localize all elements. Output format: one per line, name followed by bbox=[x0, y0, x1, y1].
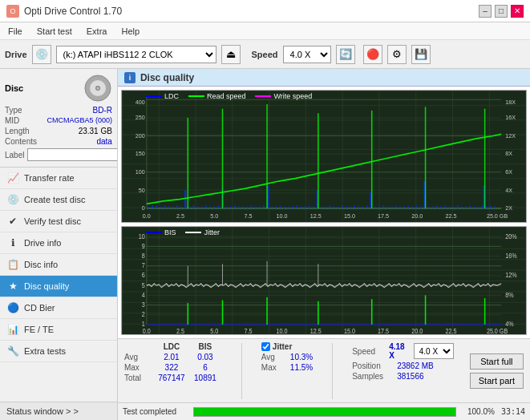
svg-rect-109 bbox=[432, 207, 434, 208]
minimize-button[interactable]: – bbox=[479, 5, 492, 18]
svg-rect-105 bbox=[415, 206, 417, 208]
svg-rect-119 bbox=[473, 207, 475, 208]
svg-rect-61 bbox=[234, 206, 236, 208]
svg-text:12X: 12X bbox=[505, 131, 516, 139]
bis-chart-svg: 1 2 3 4 5 6 7 8 9 10 4% 8% 12% 16% 20% bbox=[122, 227, 526, 334]
close-button[interactable]: ✕ bbox=[511, 5, 524, 18]
speed-select[interactable]: 4.0 X bbox=[283, 46, 331, 63]
svg-text:5.0: 5.0 bbox=[210, 212, 218, 220]
sidebar-item-disc-info[interactable]: 📋 Disc info bbox=[0, 254, 117, 276]
svg-text:6X: 6X bbox=[505, 168, 512, 176]
refresh-button[interactable]: 🔄 bbox=[336, 45, 355, 64]
svg-text:4X: 4X bbox=[505, 186, 512, 193]
svg-rect-49 bbox=[184, 190, 186, 208]
sidebar-item-extra-tests[interactable]: 🔧 Extra tests bbox=[0, 341, 117, 362]
jitter-max-label: Max bbox=[261, 363, 287, 372]
chart1-legend: LDC Read speed Write speed bbox=[146, 92, 312, 100]
svg-rect-96 bbox=[378, 207, 380, 208]
time-display: 33:14 bbox=[501, 407, 525, 416]
speed-stat-select[interactable]: 4.0 X bbox=[414, 343, 454, 359]
svg-text:3: 3 bbox=[142, 301, 146, 309]
legend-ldc: LDC bbox=[146, 92, 179, 100]
disc-panel-title: Disc bbox=[5, 83, 23, 93]
sidebar-item-cd-bier[interactable]: 🔵 CD Bier bbox=[0, 297, 117, 319]
svg-rect-88 bbox=[346, 207, 347, 208]
progress-percentage: 100.0% bbox=[463, 407, 495, 416]
sidebar-item-transfer-rate[interactable]: 📈 Transfer rate bbox=[0, 168, 117, 189]
svg-rect-113 bbox=[448, 207, 450, 208]
svg-rect-70 bbox=[271, 207, 273, 208]
menu-help[interactable]: Help bbox=[118, 25, 143, 38]
svg-rect-40 bbox=[148, 207, 149, 208]
jitter-header: Jitter bbox=[273, 342, 292, 351]
sidebar-item-verify-test-disc[interactable]: ✔ Verify test disc bbox=[0, 211, 117, 232]
jitter-checkbox[interactable] bbox=[261, 342, 270, 351]
start-part-button[interactable]: Start part bbox=[470, 373, 524, 389]
svg-rect-106 bbox=[419, 207, 421, 208]
extra-tests-icon: 🔧 bbox=[6, 345, 19, 357]
create-test-disc-icon: 💿 bbox=[6, 193, 19, 206]
svg-text:5.0: 5.0 bbox=[210, 327, 219, 334]
disc-quality-header: i Disc quality bbox=[118, 69, 530, 87]
drive-info-icon: ℹ bbox=[6, 236, 19, 249]
start-full-button[interactable]: Start full bbox=[470, 353, 524, 370]
bis-chart: BIS Jitter bbox=[121, 226, 527, 335]
svg-rect-71 bbox=[275, 207, 277, 208]
drive-select[interactable]: (k:) ATAPI iHBS112 2 CLOK bbox=[56, 46, 216, 63]
chart2-legend: BIS Jitter bbox=[146, 228, 220, 236]
burn-button[interactable]: 🔴 bbox=[363, 45, 382, 64]
create-test-disc-label: Create test disc bbox=[24, 195, 85, 204]
svg-rect-77 bbox=[300, 207, 301, 208]
svg-rect-122 bbox=[486, 207, 488, 208]
svg-rect-48 bbox=[180, 207, 182, 208]
disc-info-label: Disc info bbox=[24, 260, 58, 269]
svg-text:0.0: 0.0 bbox=[143, 327, 152, 334]
menu-extra[interactable]: Extra bbox=[83, 25, 111, 38]
svg-rect-54 bbox=[205, 206, 207, 208]
position-label: Position bbox=[352, 361, 392, 370]
save-button[interactable]: 💾 bbox=[411, 45, 431, 64]
menu-bar: File Start test Extra Help bbox=[0, 22, 530, 40]
svg-rect-92 bbox=[362, 207, 363, 208]
ldc-header: LDC bbox=[155, 342, 188, 351]
eject-button[interactable]: ⏏ bbox=[221, 45, 241, 64]
svg-text:10.0: 10.0 bbox=[276, 212, 287, 220]
avg-jitter: 10.3% bbox=[290, 353, 313, 361]
samples-value: 381566 bbox=[397, 372, 423, 381]
svg-text:5: 5 bbox=[142, 281, 146, 289]
progress-bar-container bbox=[193, 407, 456, 417]
sidebar-item-drive-info[interactable]: ℹ Drive info bbox=[0, 232, 117, 254]
sidebar-item-disc-quality[interactable]: ★ Disc quality bbox=[0, 276, 117, 297]
svg-rect-118 bbox=[469, 206, 471, 208]
svg-text:12%: 12% bbox=[505, 272, 516, 280]
menu-start-test[interactable]: Start test bbox=[34, 25, 75, 38]
svg-rect-114 bbox=[452, 207, 454, 208]
label-input[interactable] bbox=[27, 148, 117, 161]
svg-text:100: 100 bbox=[136, 168, 145, 176]
status-window-button[interactable]: Status window > > bbox=[0, 402, 117, 420]
avg-label: Avg bbox=[124, 353, 155, 361]
settings-button[interactable]: ⚙ bbox=[387, 45, 407, 64]
svg-rect-78 bbox=[304, 207, 305, 208]
svg-rect-87 bbox=[342, 206, 343, 208]
sidebar-item-fe-te[interactable]: 📊 FE / TE bbox=[0, 319, 117, 341]
speed-stat-value: 4.18 X bbox=[389, 342, 409, 360]
svg-text:6: 6 bbox=[142, 272, 146, 280]
cd-bier-label: CD Bier bbox=[24, 303, 55, 313]
svg-text:17.5: 17.5 bbox=[378, 327, 390, 334]
svg-rect-66 bbox=[255, 207, 257, 208]
label-field-label: Label bbox=[5, 151, 24, 160]
maximize-button[interactable]: □ bbox=[495, 5, 508, 18]
sidebar-item-create-test-disc[interactable]: 💿 Create test disc bbox=[0, 189, 117, 211]
svg-text:15.0: 15.0 bbox=[344, 327, 356, 334]
drive-info-label: Drive info bbox=[24, 238, 61, 248]
contents-label: Contents bbox=[5, 137, 37, 146]
menu-file[interactable]: File bbox=[5, 25, 26, 38]
jitter-avg-label: Avg bbox=[261, 353, 287, 361]
svg-rect-99 bbox=[390, 207, 392, 208]
drive-icon-btn[interactable]: 💿 bbox=[32, 45, 51, 64]
svg-rect-60 bbox=[230, 207, 232, 208]
svg-text:22.5: 22.5 bbox=[445, 212, 456, 220]
svg-rect-108 bbox=[428, 207, 430, 208]
svg-rect-50 bbox=[188, 207, 190, 208]
